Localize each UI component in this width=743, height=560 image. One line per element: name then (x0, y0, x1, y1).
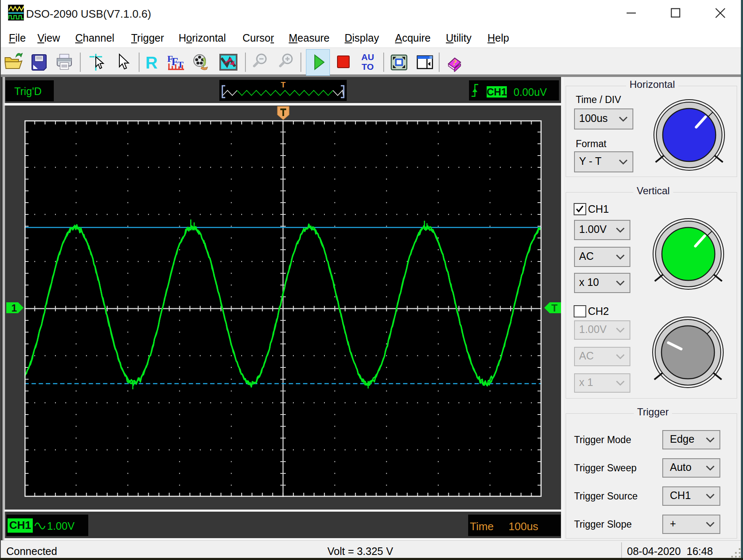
svg-text:T: T (281, 80, 286, 89)
svg-text:1: 1 (11, 302, 17, 314)
svg-text:R: R (145, 53, 158, 72)
svg-text:T: T (551, 302, 558, 314)
